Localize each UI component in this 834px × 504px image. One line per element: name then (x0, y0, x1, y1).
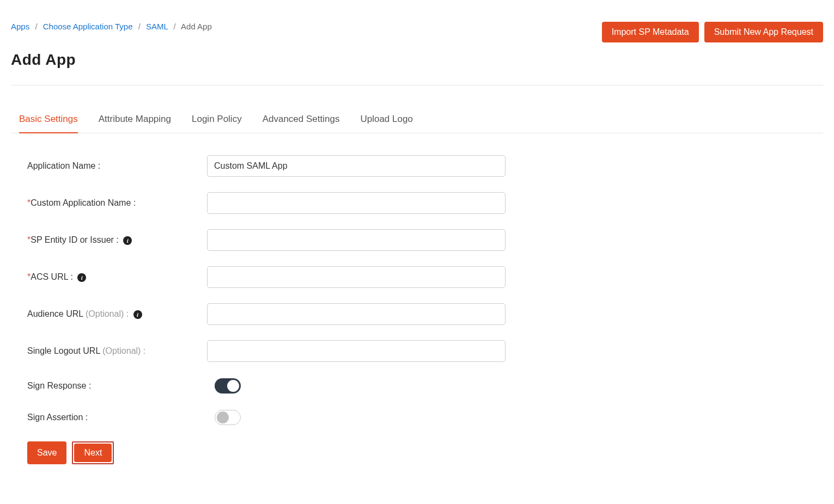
breadcrumb-choose-type[interactable]: Choose Application Type (43, 22, 133, 31)
toggle-sign-assertion[interactable] (215, 410, 241, 425)
save-button[interactable]: Save (27, 441, 66, 464)
input-acs-url[interactable] (207, 266, 506, 288)
tab-attribute-mapping[interactable]: Attribute Mapping (99, 107, 171, 133)
next-button-highlight: Next (72, 441, 114, 464)
tab-upload-logo[interactable]: Upload Logo (360, 107, 412, 133)
label-audience-url: Audience URL (Optional) : i (27, 309, 207, 319)
input-slo-url[interactable] (207, 340, 506, 362)
info-icon[interactable]: i (77, 273, 86, 282)
tab-login-policy[interactable]: Login Policy (192, 107, 242, 133)
input-sp-entity-id[interactable] (207, 229, 506, 251)
toggle-knob (227, 380, 239, 392)
input-audience-url[interactable] (207, 303, 506, 325)
label-application-name: Application Name : (27, 161, 207, 171)
breadcrumb-apps[interactable]: Apps (11, 22, 29, 31)
info-icon[interactable]: i (123, 236, 132, 245)
label-slo-url: Single Logout URL (Optional) : (27, 346, 207, 356)
label-custom-application-name: *Custom Application Name : (27, 198, 207, 208)
tab-advanced-settings[interactable]: Advanced Settings (263, 107, 340, 133)
breadcrumb-current: Add App (181, 22, 212, 31)
tab-basic-settings[interactable]: Basic Settings (19, 107, 78, 133)
info-icon[interactable]: i (133, 310, 142, 319)
toggle-sign-response[interactable] (215, 378, 241, 394)
submit-new-app-request-button[interactable]: Submit New App Request (704, 22, 823, 42)
label-acs-url: *ACS URL : i (27, 272, 207, 282)
tabs: Basic Settings Attribute Mapping Login P… (11, 107, 823, 133)
import-sp-metadata-button[interactable]: Import SP Metadata (602, 22, 699, 42)
toggle-knob (217, 411, 229, 423)
breadcrumb-sep: / (35, 22, 37, 31)
breadcrumb-sep: / (138, 22, 141, 31)
label-sign-response: Sign Response : (27, 381, 207, 391)
input-custom-application-name[interactable] (207, 192, 506, 214)
label-sp-entity-id: *SP Entity ID or Issuer : i (27, 235, 207, 245)
page-title: Add App (11, 51, 823, 69)
divider (11, 85, 823, 85)
label-sign-assertion: Sign Assertion : (27, 413, 207, 422)
breadcrumb-saml[interactable]: SAML (146, 22, 168, 31)
breadcrumb: Apps / Choose Application Type / SAML / … (11, 22, 212, 31)
breadcrumb-sep: / (174, 22, 176, 31)
next-button[interactable]: Next (74, 444, 112, 462)
input-application-name[interactable] (207, 155, 506, 177)
